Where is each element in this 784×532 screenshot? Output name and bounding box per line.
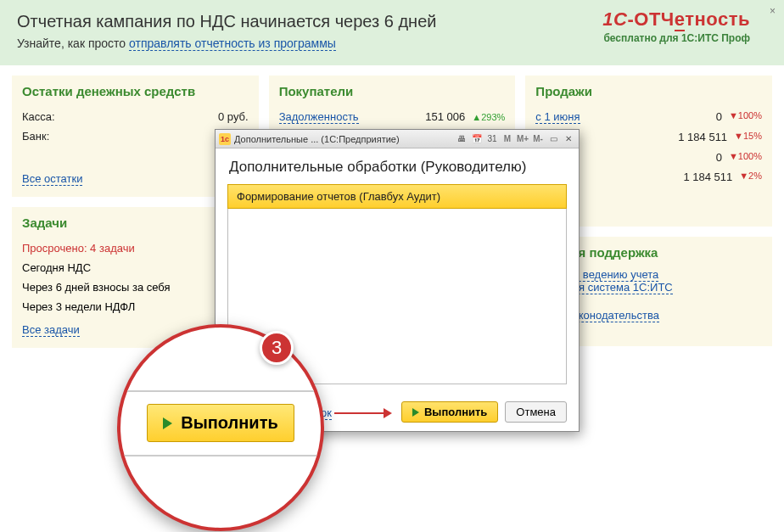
step-badge-3: 3 — [260, 331, 294, 365]
sales-row: с 1 июня 0▼100% — [535, 107, 762, 127]
buyers-debt-link[interactable]: Задолженность — [279, 110, 359, 124]
toolbar-print-icon[interactable]: 🖶 — [455, 132, 468, 146]
play-icon — [163, 417, 172, 429]
play-icon — [412, 408, 419, 417]
toolbar-day-icon[interactable]: 31 — [485, 132, 499, 146]
banner-logo: 1С-ОТЧетность бесплатно для 1С:ИТС Проф — [602, 8, 750, 44]
app-icon: 1c — [219, 133, 231, 145]
zoom-callout: Выполнить — [117, 324, 324, 531]
buyers-debt-row: Задолженность 151 006 ▲293% — [279, 107, 506, 127]
callout-arrow-head-icon — [384, 408, 392, 418]
promo-banner: × Отчетная кампания по НДС начинается че… — [0, 0, 784, 65]
window-close-icon[interactable]: ✕ — [562, 132, 575, 146]
execute-button[interactable]: Выполнить — [401, 401, 498, 423]
balance-all-link[interactable]: Все остатки — [22, 172, 82, 186]
window-minimize-icon[interactable]: ▭ — [546, 132, 560, 146]
zoom-execute-button[interactable]: Выполнить — [147, 404, 294, 442]
tasks-all-link[interactable]: Все задачи — [22, 323, 80, 337]
dialog-header: Дополнительные обработки (Руководителю) — [216, 148, 579, 181]
toolbar-m-button[interactable]: M — [501, 132, 514, 146]
dialog-title: Дополнительные ... (1С:Предприятие) — [234, 134, 451, 144]
toolbar-mplus-button[interactable]: M+ — [516, 132, 529, 146]
panel-balance-title: Остатки денежных средств — [22, 84, 249, 98]
toolbar-calendar-icon[interactable]: 📅 — [470, 132, 484, 146]
balance-row-cash: Касса: 0 руб. — [22, 107, 249, 126]
panel-sales-title: Продажи — [535, 84, 762, 98]
cancel-button[interactable]: Отмена — [505, 401, 567, 423]
banner-link[interactable]: отправлять отчетность из программы — [129, 36, 336, 51]
logo-subtext: бесплатно для 1С:ИТС Проф — [602, 32, 750, 44]
dialog-titlebar[interactable]: 1c Дополнительные ... (1С:Предприятие) 🖶… — [216, 130, 579, 148]
banner-close-icon[interactable]: × — [770, 5, 776, 17]
logo-text: 1С-ОТЧетность — [602, 8, 750, 31]
list-item-selected[interactable]: Формирование отчетов (Главбух Аудит) — [227, 184, 567, 209]
callout-arrow-line — [334, 412, 385, 414]
panel-buyers-title: Покупатели — [279, 84, 506, 98]
toolbar-mminus-button[interactable]: M- — [531, 132, 545, 146]
